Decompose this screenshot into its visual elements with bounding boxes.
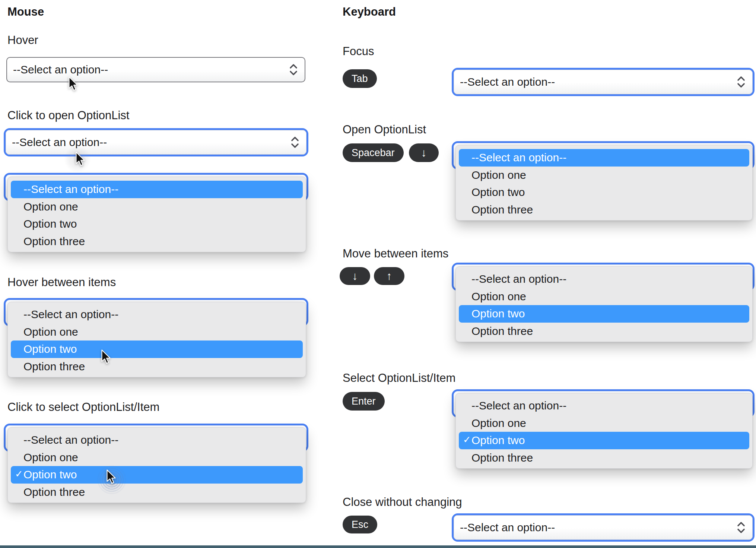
arrow-up-key-badge: ↑ [374, 267, 404, 285]
section-label-move: Move between items [343, 247, 448, 260]
option-list-item[interactable]: Option two [11, 215, 303, 233]
mouse-cursor-icon [106, 469, 116, 484]
option-list-item[interactable]: Option one [11, 449, 303, 466]
select-value: --Select an option-- [7, 63, 289, 76]
option-list-item[interactable]: --Select an option-- [11, 431, 303, 449]
option-list-item-highlighted[interactable]: --Select an option-- [11, 181, 303, 198]
option-list-item[interactable]: Option one [459, 415, 749, 432]
option-list-item[interactable]: --Select an option-- [459, 397, 749, 415]
option-list: --Select an option-- Option one Option t… [7, 302, 306, 377]
option-list-item[interactable]: Option one [459, 288, 749, 305]
chevron-up-down-icon [289, 63, 298, 76]
option-label: Option two [471, 434, 525, 447]
option-list: --Select an option-- Option one Option t… [455, 145, 753, 221]
checkmark-icon: ✓ [15, 469, 23, 480]
option-list-item-highlighted[interactable]: Option two [11, 340, 303, 358]
option-list-item-selected[interactable]: ✓ Option two [11, 466, 303, 484]
option-list-item[interactable]: Option three [11, 358, 303, 376]
option-list-item-highlighted[interactable]: Option two [459, 305, 749, 323]
option-list-item-selected[interactable]: ✓ Option two [459, 432, 749, 449]
section-label-click-select: Click to select OptionList/Item [7, 400, 159, 414]
section-label-focus: Focus [343, 45, 374, 58]
mouse-cursor-icon [68, 76, 78, 91]
key-badge-esc: Esc [343, 516, 377, 533]
mouse-cursor-icon [75, 152, 85, 167]
option-list: --Select an option-- Option one Option t… [7, 177, 306, 252]
checkmark-icon: ✓ [463, 434, 471, 446]
option-list-item[interactable]: Option three [459, 323, 749, 340]
option-list-item[interactable]: --Select an option-- [459, 270, 749, 288]
key-badge-tab: Tab [343, 69, 377, 88]
option-label: Option two [23, 468, 77, 481]
page: Mouse Hover --Select an option-- Click t… [0, 0, 756, 548]
chevron-up-down-icon [737, 521, 746, 534]
option-list-item[interactable]: Option three [459, 201, 749, 219]
option-list-item[interactable]: Option two [459, 184, 749, 201]
option-list: --Select an option-- Option one ✓ Option… [7, 427, 306, 503]
section-label-hover-items: Hover between items [7, 276, 116, 289]
select-value: --Select an option-- [6, 136, 290, 149]
option-list-item[interactable]: Option three [459, 449, 749, 467]
arrow-down-key-badge: ↓ [340, 267, 370, 285]
chevron-up-down-icon [290, 136, 299, 149]
option-list-item[interactable]: Option one [11, 198, 303, 216]
mouse-cursor-icon [101, 349, 111, 364]
arrow-down-key-badge: ↓ [409, 143, 439, 162]
chevron-up-down-icon [737, 76, 746, 88]
option-list-item[interactable]: --Select an option-- [11, 306, 303, 323]
select-trigger-focused[interactable]: --Select an option-- [452, 68, 755, 96]
column-heading-keyboard: Keyboard [343, 5, 396, 19]
section-divider [0, 545, 756, 548]
select-trigger-focused[interactable]: --Select an option-- [4, 128, 308, 156]
option-list: --Select an option-- Option one ✓ Option… [455, 393, 753, 469]
section-label-hover: Hover [7, 34, 38, 47]
option-list-item[interactable]: Option three [11, 484, 303, 501]
section-label-close: Close without changing [343, 495, 462, 509]
section-label-open: Open OptionList [343, 123, 426, 136]
select-trigger[interactable]: --Select an option-- [6, 57, 305, 82]
key-badge-spacebar: Spacebar [343, 143, 404, 162]
select-value: --Select an option-- [454, 76, 737, 88]
option-list-item[interactable]: Option one [11, 323, 303, 341]
select-trigger-focused[interactable]: --Select an option-- [452, 513, 755, 542]
option-list-item[interactable]: Option one [459, 167, 749, 184]
select-value: --Select an option-- [454, 521, 737, 534]
option-list: --Select an option-- Option one Option t… [455, 266, 753, 342]
column-heading-mouse: Mouse [7, 5, 44, 19]
option-list-item-highlighted[interactable]: --Select an option-- [459, 149, 749, 167]
section-label-click-open: Click to open OptionList [7, 109, 129, 122]
section-label-select-item: Select OptionList/Item [343, 371, 455, 385]
key-badge-enter: Enter [343, 392, 385, 411]
option-list-item[interactable]: Option three [11, 233, 303, 250]
